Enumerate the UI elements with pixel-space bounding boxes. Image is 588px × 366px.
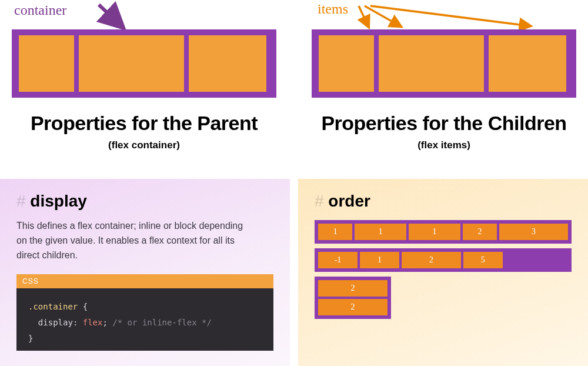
code-comment: /* or inline-flex */ (112, 318, 212, 327)
code-property: display (38, 318, 73, 327)
demo-box (79, 35, 184, 92)
parent-heading: Properties for the Parent (12, 112, 276, 135)
order-row: -1 1 2 5 (315, 248, 572, 272)
display-description: This defines a flex container; inline or… (16, 219, 252, 262)
code-value: flex (83, 318, 103, 327)
order-panel: order 1 1 1 2 3 -1 1 2 5 2 2 (298, 179, 588, 366)
items-demo (312, 29, 576, 98)
order-cell: -1 (318, 252, 358, 268)
order-cell: 3 (499, 224, 568, 240)
code-brace: { (83, 302, 88, 311)
demo-box (379, 35, 484, 92)
order-cell: 2 (463, 224, 497, 240)
order-title: order (315, 192, 572, 211)
code-brace: } (28, 334, 33, 343)
order-spacer (505, 252, 568, 268)
order-cell: 5 (463, 252, 503, 268)
svg-line-1 (359, 6, 368, 26)
arrows-items-icon (353, 2, 564, 29)
panels-row: display This defines a flex container; i… (0, 179, 588, 366)
code-block: CSS .container { display: flex; /* or in… (16, 274, 273, 351)
children-subheading: (flex items) (312, 139, 576, 151)
display-panel: display This defines a flex container; i… (0, 179, 290, 366)
order-cell: 2 (318, 280, 387, 297)
code-selector: .container (28, 302, 78, 311)
svg-line-0 (99, 5, 119, 24)
order-diagram: 1 1 1 2 3 -1 1 2 5 2 2 (315, 220, 572, 319)
arrow-down-right-icon (94, 1, 135, 31)
parent-subheading: (flex container) (12, 139, 276, 151)
items-label: items (318, 1, 348, 17)
children-heading: Properties for the Children (312, 112, 576, 135)
order-row: 1 1 1 2 3 (315, 220, 572, 244)
container-demo (12, 29, 276, 98)
order-cell: 2 (318, 299, 387, 315)
container-label: container (14, 2, 66, 18)
children-heading-block: Properties for the Children (flex items) (312, 112, 576, 151)
order-cell: 1 (318, 224, 352, 240)
code-body: .container { display: flex; /* or inline… (16, 288, 273, 351)
order-cell: 1 (360, 252, 399, 268)
order-cell: 1 (355, 224, 406, 240)
parent-heading-block: Properties for the Parent (flex containe… (12, 112, 276, 151)
demo-box (189, 35, 266, 92)
code-lang-tab: CSS (16, 274, 273, 288)
order-row-narrow: 2 2 (315, 277, 391, 319)
order-cell: 1 (409, 224, 460, 240)
display-title: display (16, 192, 273, 211)
demo-box (489, 35, 566, 92)
order-cell: 2 (402, 252, 461, 268)
demo-box (19, 35, 74, 92)
demo-box (319, 35, 374, 92)
